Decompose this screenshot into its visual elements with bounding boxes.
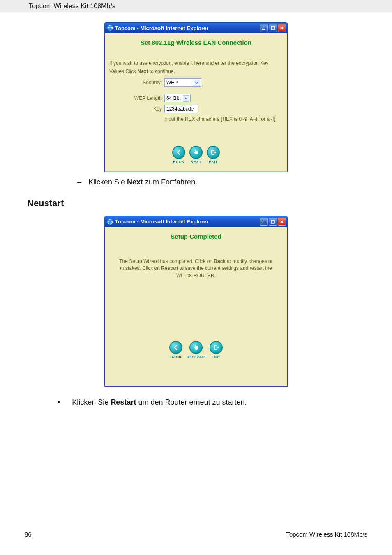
close-button[interactable] [278,24,286,32]
key-label: Key [109,106,164,112]
exit-label: EXIT [212,355,221,359]
sc-after: to save the current settings and restart… [176,265,272,278]
svg-rect-2 [271,26,274,30]
doc-header-text: Topcom Wireless Kit 108Mb/s [29,2,115,9]
titlebar[interactable]: Topcom - Microsoft Internet Explorer [105,216,287,227]
exit-label: EXIT [209,160,218,164]
restart-button[interactable] [189,341,203,354]
sc-b2: Restart [161,265,178,271]
page-title: Setup Completed [109,233,283,240]
sc-before: The Setup Wizard has completed. Click on [119,258,214,264]
key-input-value: 12345abcde [166,106,194,112]
window-title: Topcom - Microsoft Internet Explorer [115,25,208,31]
setup-completed-text: The Setup Wizard has completed. Click on… [113,258,279,279]
exit-button[interactable] [207,146,220,159]
page-number: 86 [25,531,32,538]
click-next-instruction: – Klicken Sie Next zum Fortfahren. [74,178,367,187]
instr1-bold: Next [127,178,143,186]
weplength-select[interactable]: 64 Bit [164,94,191,102]
arrow-left-icon [173,345,179,350]
minimize-button[interactable] [260,24,268,32]
encryption-intro: If you wish to use encryption, enable it… [109,59,283,76]
minimize-button[interactable] [260,218,268,226]
arrow-left-icon [176,150,182,155]
instr1-suffix: zum Fortfahren. [143,178,197,186]
weplength-label: WEP Length [109,95,164,101]
exit-icon [210,150,216,155]
svg-rect-6 [271,220,274,223]
svg-rect-1 [262,29,265,30]
instr1-prefix: Klicken Sie [88,178,127,186]
ie-app-icon [107,25,113,31]
intro-text-bold: Next [137,69,148,74]
svg-rect-3 [212,150,214,154]
intro-text-after: to continue. [148,69,175,74]
hand-pointer-icon [193,344,199,351]
footer-product: Topcom Wireless Kit 108Mb/s [286,531,367,538]
titlebar[interactable]: Topcom - Microsoft Internet Explorer [105,23,287,33]
security-select-value: WEP [166,80,178,85]
exit-button[interactable] [210,341,223,354]
restart-heading: Neustart [27,198,367,209]
hex-hint-text: Input the HEX characters (HEX is 0~9, A~… [164,115,283,123]
back-button[interactable] [169,341,182,354]
key-input[interactable]: 12345abcde [164,105,198,113]
weplength-select-value: 64 Bit [166,95,179,101]
back-label: BACK [173,160,184,164]
instr2-prefix: Klicken Sie [72,398,111,406]
sc-b1: Back [214,258,226,264]
security-label: Security: [109,80,164,85]
instr2-bold: Restart [111,398,136,406]
instr2-suffix: um den Router erneut zu starten. [136,398,247,406]
restart-label: RESTART [187,355,205,359]
ie-app-icon [107,219,113,225]
page-title: Set 802.11g Wireless LAN Connection [109,39,283,46]
back-button[interactable] [172,146,185,159]
intro-text-before: If you wish to use encryption, enable it… [109,60,269,74]
next-label: NEXT [191,160,201,164]
close-button[interactable] [278,218,286,226]
ie-window-1: Topcom - Microsoft Internet Explorer Set… [104,22,288,172]
click-restart-instruction: • Klicken Sie Restart um den Router erne… [58,398,367,407]
svg-rect-5 [262,223,265,223]
svg-rect-7 [214,345,217,350]
chevron-down-icon [194,80,200,86]
security-select[interactable]: WEP [164,78,201,87]
ie-window-2: Topcom - Microsoft Internet Explorer Set… [104,216,288,387]
hand-pointer-icon [193,149,199,156]
window-title: Topcom - Microsoft Internet Explorer [115,219,208,225]
doc-header: Topcom Wireless Kit 108Mb/s [0,0,392,12]
next-button[interactable] [189,146,203,159]
maximize-button[interactable] [269,24,277,32]
chevron-down-icon [183,95,189,102]
exit-icon [213,345,219,350]
maximize-button[interactable] [269,218,277,226]
back-label: BACK [170,355,182,359]
